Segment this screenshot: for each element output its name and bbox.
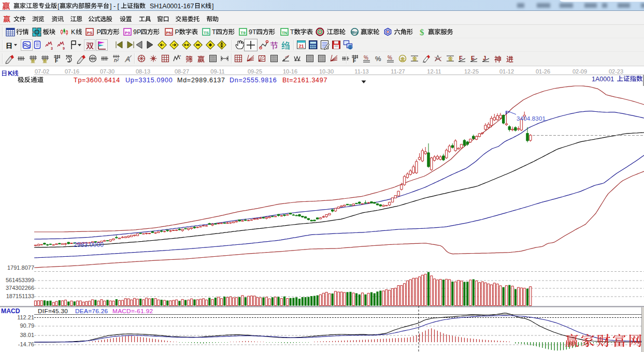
svg-text:%: % — [364, 55, 368, 61]
svg-text:Up=3315.0900: Up=3315.0900 — [125, 77, 173, 84]
svg-text:] - [: ] - [ — [110, 3, 120, 10]
svg-text:12-11: 12-11 — [427, 68, 441, 75]
svg-text:12-25: 12-25 — [464, 68, 479, 75]
svg-text:K: K — [8, 70, 12, 77]
svg-text:1791.8077: 1791.8077 — [7, 265, 34, 271]
svg-text:11-27: 11-27 — [391, 68, 405, 75]
svg-text:1A0001: 1A0001 — [592, 76, 614, 83]
svg-text:Md=2989.6137: Md=2989.6137 — [177, 77, 225, 84]
svg-text:09-25: 09-25 — [248, 68, 262, 75]
svg-text:07-16: 07-16 — [65, 68, 79, 75]
svg-text:01-26: 01-26 — [536, 68, 550, 75]
svg-text:561453399: 561453399 — [6, 277, 34, 283]
svg-text:Big: Big — [351, 30, 358, 35]
svg-text:$: $ — [420, 27, 424, 37]
svg-text:21: 21 — [298, 43, 304, 49]
svg-text:9T: 9T — [249, 28, 256, 36]
svg-text:TN: TN — [282, 31, 288, 35]
svg-text:DEA=76.26: DEA=76.26 — [75, 307, 108, 315]
svg-text:]: ] — [212, 3, 213, 10]
svg-text:PS: PS — [87, 31, 93, 35]
svg-text:9: 9 — [63, 47, 65, 50]
svg-text:08-27: 08-27 — [175, 68, 189, 75]
svg-text:02-23: 02-23 — [609, 68, 623, 75]
svg-text:T: T — [212, 28, 216, 36]
svg-text:3: 3 — [51, 47, 53, 50]
svg-text:K: K — [201, 3, 206, 10]
svg-text:187151133: 187151133 — [6, 293, 34, 299]
svg-text:Dn=2555.9816: Dn=2555.9816 — [230, 77, 277, 84]
svg-text:PN: PN — [166, 31, 171, 35]
svg-text:P9: P9 — [125, 31, 130, 35]
svg-text:F: F — [353, 58, 356, 64]
svg-text:10-16: 10-16 — [283, 68, 297, 75]
svg-text:08-13: 08-13 — [136, 68, 150, 75]
svg-text:[: [ — [58, 3, 60, 10]
svg-text:374302266: 374302266 — [6, 285, 34, 291]
svg-text:02-09: 02-09 — [573, 68, 587, 75]
svg-text:P: P — [97, 28, 101, 36]
svg-text:10-30: 10-30 — [319, 68, 334, 75]
svg-text:90.79: 90.79 — [20, 322, 34, 329]
svg-text:Tp=3600.6414: Tp=3600.6414 — [74, 77, 120, 84]
svg-text:3404.8301: 3404.8301 — [517, 115, 546, 122]
svg-text:09-11: 09-11 — [210, 68, 224, 75]
svg-text:TS: TS — [204, 31, 209, 35]
svg-text:%: % — [388, 55, 392, 61]
svg-text:11-13: 11-13 — [354, 68, 368, 75]
svg-text:K: K — [71, 28, 76, 36]
svg-text:DIF=45.30: DIF=45.30 — [38, 307, 68, 315]
svg-text:n²: n² — [114, 57, 119, 63]
svg-text:P: P — [175, 28, 179, 36]
svg-text:%: % — [375, 55, 381, 63]
svg-text:9P: 9P — [133, 28, 141, 36]
svg-text:112.21: 112.21 — [17, 314, 34, 320]
svg-text:F: F — [55, 58, 58, 64]
svg-text:-14.76: -14.76 — [18, 341, 34, 347]
svg-text:MACD=-61.92: MACD=-61.92 — [112, 307, 153, 315]
svg-text:MACD: MACD — [1, 307, 20, 315]
svg-text:07-30: 07-30 — [100, 68, 115, 75]
svg-text:07-02: 07-02 — [35, 68, 49, 75]
svg-text:T: T — [290, 28, 294, 36]
svg-text:Bt=2161.3497: Bt=2161.3497 — [282, 77, 327, 84]
svg-text:2983.0000: 2983.0000 — [74, 241, 104, 248]
svg-text:T9: T9 — [240, 31, 246, 35]
svg-text:38.01: 38.01 — [20, 332, 34, 338]
svg-text:SH1A0001-167: SH1A0001-167 — [150, 3, 194, 10]
svg-text:01-12: 01-12 — [499, 68, 514, 75]
svg-text:": " — [179, 54, 181, 60]
